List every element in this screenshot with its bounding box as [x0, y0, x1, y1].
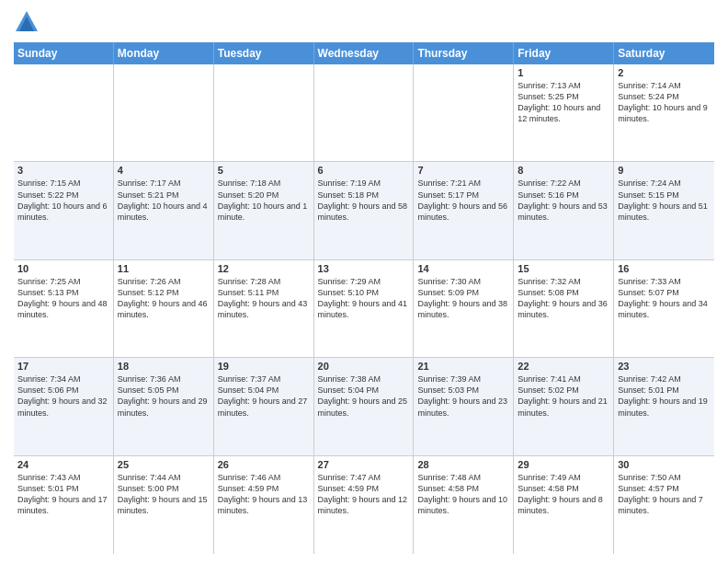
day-number: 21 [417, 361, 509, 372]
calendar-row-2: 10Sunrise: 7:25 AM Sunset: 5:13 PM Dayli… [14, 260, 714, 358]
day-number: 17 [17, 361, 109, 372]
day-number: 25 [118, 459, 210, 470]
cell-daylight-info: Sunrise: 7:17 AM Sunset: 5:21 PM Dayligh… [118, 178, 210, 223]
calendar-cell: 2Sunrise: 7:14 AM Sunset: 5:24 PM Daylig… [614, 64, 714, 161]
calendar-row-3: 17Sunrise: 7:34 AM Sunset: 5:06 PM Dayli… [14, 358, 714, 455]
calendar-cell: 13Sunrise: 7:29 AM Sunset: 5:10 PM Dayli… [314, 260, 415, 357]
cell-daylight-info: Sunrise: 7:15 AM Sunset: 5:22 PM Dayligh… [17, 178, 109, 223]
calendar-cell: 10Sunrise: 7:25 AM Sunset: 5:13 PM Dayli… [14, 260, 114, 357]
day-number: 3 [17, 165, 109, 176]
cell-daylight-info: Sunrise: 7:36 AM Sunset: 5:05 PM Dayligh… [118, 373, 210, 419]
calendar-body: 1Sunrise: 7:13 AM Sunset: 5:25 PM Daylig… [14, 64, 714, 554]
calendar: SundayMondayTuesdayWednesdayThursdayFrid… [14, 42, 714, 554]
cell-daylight-info: Sunrise: 7:42 AM Sunset: 5:01 PM Dayligh… [618, 373, 711, 419]
cell-daylight-info: Sunrise: 7:34 AM Sunset: 5:06 PM Dayligh… [17, 373, 109, 419]
calendar-cell: 23Sunrise: 7:42 AM Sunset: 5:01 PM Dayli… [614, 358, 714, 454]
header-day-thursday: Thursday [414, 42, 514, 64]
cell-daylight-info: Sunrise: 7:13 AM Sunset: 5:25 PM Dayligh… [518, 80, 609, 125]
page: SundayMondayTuesdayWednesdayThursdayFrid… [0, 0, 728, 563]
calendar-cell: 17Sunrise: 7:34 AM Sunset: 5:06 PM Dayli… [14, 358, 114, 454]
cell-daylight-info: Sunrise: 7:18 AM Sunset: 5:20 PM Dayligh… [218, 178, 310, 223]
header-day-saturday: Saturday [614, 42, 714, 64]
calendar-cell: 7Sunrise: 7:21 AM Sunset: 5:17 PM Daylig… [414, 162, 514, 259]
calendar-cell: 4Sunrise: 7:17 AM Sunset: 5:21 PM Daylig… [114, 162, 214, 259]
header-day-monday: Monday [114, 42, 214, 64]
day-number: 28 [417, 459, 509, 470]
cell-daylight-info: Sunrise: 7:22 AM Sunset: 5:16 PM Dayligh… [518, 178, 609, 223]
cell-daylight-info: Sunrise: 7:38 AM Sunset: 5:04 PM Dayligh… [318, 373, 410, 419]
day-number: 27 [318, 459, 410, 470]
calendar-cell [14, 64, 114, 161]
calendar-row-0: 1Sunrise: 7:13 AM Sunset: 5:25 PM Daylig… [14, 64, 714, 162]
day-number: 6 [318, 165, 410, 176]
calendar-cell: 9Sunrise: 7:24 AM Sunset: 5:15 PM Daylig… [614, 162, 714, 259]
cell-daylight-info: Sunrise: 7:47 AM Sunset: 4:59 PM Dayligh… [318, 472, 410, 517]
day-number: 19 [218, 361, 310, 372]
calendar-cell: 1Sunrise: 7:13 AM Sunset: 5:25 PM Daylig… [514, 64, 614, 161]
calendar-cell: 18Sunrise: 7:36 AM Sunset: 5:05 PM Dayli… [114, 358, 214, 454]
day-number: 1 [518, 67, 609, 78]
day-number: 24 [17, 459, 109, 470]
cell-daylight-info: Sunrise: 7:48 AM Sunset: 4:58 PM Dayligh… [417, 472, 509, 517]
day-number: 23 [618, 361, 711, 372]
calendar-cell [214, 64, 314, 161]
calendar-cell: 27Sunrise: 7:47 AM Sunset: 4:59 PM Dayli… [314, 456, 415, 554]
calendar-cell [414, 64, 514, 161]
cell-daylight-info: Sunrise: 7:24 AM Sunset: 5:15 PM Dayligh… [618, 178, 711, 223]
logo [14, 9, 43, 35]
day-number: 15 [518, 263, 609, 274]
header [14, 9, 714, 35]
calendar-row-1: 3Sunrise: 7:15 AM Sunset: 5:22 PM Daylig… [14, 162, 714, 259]
calendar-cell: 24Sunrise: 7:43 AM Sunset: 5:01 PM Dayli… [14, 456, 114, 554]
calendar-cell: 29Sunrise: 7:49 AM Sunset: 4:58 PM Dayli… [514, 456, 614, 554]
header-day-tuesday: Tuesday [214, 42, 314, 64]
header-day-friday: Friday [514, 42, 614, 64]
cell-daylight-info: Sunrise: 7:19 AM Sunset: 5:18 PM Dayligh… [318, 178, 410, 223]
calendar-row-4: 24Sunrise: 7:43 AM Sunset: 5:01 PM Dayli… [14, 456, 714, 554]
cell-daylight-info: Sunrise: 7:41 AM Sunset: 5:02 PM Dayligh… [518, 373, 609, 419]
cell-daylight-info: Sunrise: 7:29 AM Sunset: 5:10 PM Dayligh… [318, 276, 410, 321]
day-number: 12 [218, 263, 310, 274]
cell-daylight-info: Sunrise: 7:44 AM Sunset: 5:00 PM Dayligh… [118, 472, 210, 517]
calendar-cell: 26Sunrise: 7:46 AM Sunset: 4:59 PM Dayli… [214, 456, 314, 554]
cell-daylight-info: Sunrise: 7:33 AM Sunset: 5:07 PM Dayligh… [618, 276, 711, 321]
logo-icon [14, 9, 40, 35]
cell-daylight-info: Sunrise: 7:39 AM Sunset: 5:03 PM Dayligh… [417, 373, 509, 419]
calendar-cell: 6Sunrise: 7:19 AM Sunset: 5:18 PM Daylig… [314, 162, 415, 259]
day-number: 11 [118, 263, 210, 274]
cell-daylight-info: Sunrise: 7:30 AM Sunset: 5:09 PM Dayligh… [417, 276, 509, 321]
day-number: 13 [318, 263, 410, 274]
day-number: 14 [417, 263, 509, 274]
day-number: 29 [518, 459, 609, 470]
calendar-cell: 22Sunrise: 7:41 AM Sunset: 5:02 PM Dayli… [514, 358, 614, 454]
calendar-cell: 30Sunrise: 7:50 AM Sunset: 4:57 PM Dayli… [614, 456, 714, 554]
day-number: 22 [518, 361, 609, 372]
cell-daylight-info: Sunrise: 7:21 AM Sunset: 5:17 PM Dayligh… [417, 178, 509, 223]
cell-daylight-info: Sunrise: 7:50 AM Sunset: 4:57 PM Dayligh… [618, 472, 711, 517]
calendar-cell: 15Sunrise: 7:32 AM Sunset: 5:08 PM Dayli… [514, 260, 614, 357]
cell-daylight-info: Sunrise: 7:25 AM Sunset: 5:13 PM Dayligh… [17, 276, 109, 321]
cell-daylight-info: Sunrise: 7:14 AM Sunset: 5:24 PM Dayligh… [618, 80, 711, 125]
day-number: 18 [118, 361, 210, 372]
calendar-cell: 20Sunrise: 7:38 AM Sunset: 5:04 PM Dayli… [314, 358, 415, 454]
calendar-cell: 14Sunrise: 7:30 AM Sunset: 5:09 PM Dayli… [414, 260, 514, 357]
calendar-cell: 21Sunrise: 7:39 AM Sunset: 5:03 PM Dayli… [414, 358, 514, 454]
day-number: 2 [618, 67, 711, 78]
header-day-wednesday: Wednesday [314, 42, 415, 64]
calendar-cell: 16Sunrise: 7:33 AM Sunset: 5:07 PM Dayli… [614, 260, 714, 357]
calendar-cell: 5Sunrise: 7:18 AM Sunset: 5:20 PM Daylig… [214, 162, 314, 259]
cell-daylight-info: Sunrise: 7:43 AM Sunset: 5:01 PM Dayligh… [17, 472, 109, 517]
header-day-sunday: Sunday [14, 42, 114, 64]
day-number: 8 [518, 165, 609, 176]
calendar-cell: 19Sunrise: 7:37 AM Sunset: 5:04 PM Dayli… [214, 358, 314, 454]
calendar-cell: 28Sunrise: 7:48 AM Sunset: 4:58 PM Dayli… [414, 456, 514, 554]
calendar-header: SundayMondayTuesdayWednesdayThursdayFrid… [14, 42, 714, 64]
day-number: 20 [318, 361, 410, 372]
cell-daylight-info: Sunrise: 7:46 AM Sunset: 4:59 PM Dayligh… [218, 472, 310, 517]
cell-daylight-info: Sunrise: 7:32 AM Sunset: 5:08 PM Dayligh… [518, 276, 609, 321]
cell-daylight-info: Sunrise: 7:28 AM Sunset: 5:11 PM Dayligh… [218, 276, 310, 321]
calendar-cell: 25Sunrise: 7:44 AM Sunset: 5:00 PM Dayli… [114, 456, 214, 554]
cell-daylight-info: Sunrise: 7:49 AM Sunset: 4:58 PM Dayligh… [518, 472, 609, 517]
calendar-cell: 3Sunrise: 7:15 AM Sunset: 5:22 PM Daylig… [14, 162, 114, 259]
day-number: 4 [118, 165, 210, 176]
